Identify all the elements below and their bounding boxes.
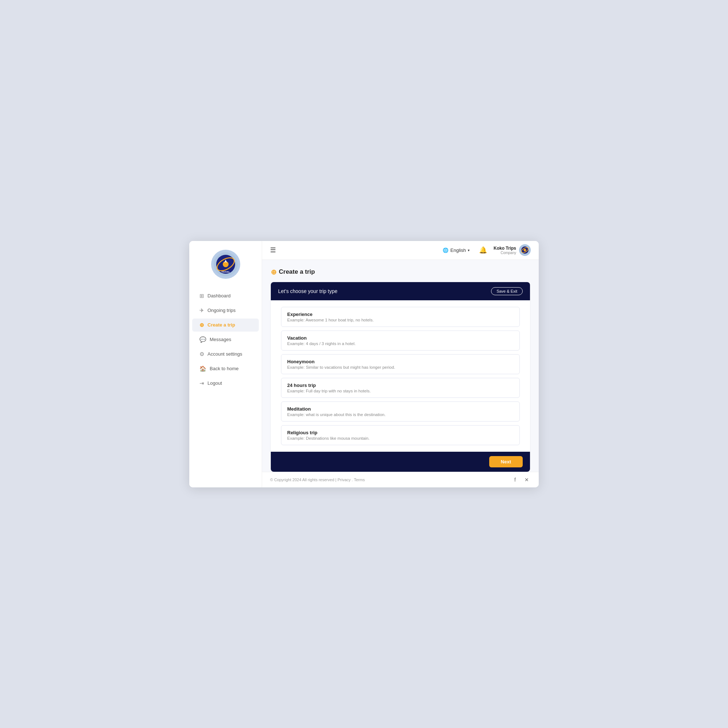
sidebar-label-logout: Logout bbox=[208, 380, 222, 386]
next-button[interactable]: Next bbox=[489, 456, 523, 467]
trip-card-title-24hours: 24 hours trip bbox=[287, 382, 514, 388]
ongoing-trips-icon: ✈ bbox=[199, 307, 204, 314]
trip-card-vacation[interactable]: Vacation Example: 4 days / 3 nights in a… bbox=[281, 330, 520, 350]
trip-section-header: Let's choose your trip type Save & Exit bbox=[271, 282, 530, 300]
svg-text:TRAVEL: TRAVEL bbox=[221, 271, 230, 273]
create-trip-title-icon: ⊕ bbox=[271, 268, 277, 276]
sidebar-item-account-settings[interactable]: ⚙ Account settings bbox=[192, 348, 259, 361]
app-body: TRAVEL ⊞ Dashboard ✈ Ongoing trips ⊕ Cre… bbox=[189, 241, 539, 487]
trip-card-desc-meditation: Example: what is unique about this is th… bbox=[287, 412, 514, 417]
trip-card-title-vacation: Vacation bbox=[287, 335, 514, 341]
save-exit-button[interactable]: Save & Exit bbox=[491, 287, 523, 295]
app-window: TRAVEL ⊞ Dashboard ✈ Ongoing trips ⊕ Cre… bbox=[189, 241, 539, 487]
trip-card-religious[interactable]: Religious trip Example: Destinations lik… bbox=[281, 425, 520, 445]
sidebar-label-account-settings: Account settings bbox=[208, 351, 242, 357]
dashboard-icon: ⊞ bbox=[199, 293, 204, 299]
section-title: Let's choose your trip type bbox=[278, 288, 337, 294]
home-icon: 🏠 bbox=[199, 366, 206, 372]
trip-card-title-religious: Religious trip bbox=[287, 430, 514, 435]
svg-point-9 bbox=[524, 249, 526, 252]
logout-icon: ⇥ bbox=[199, 380, 204, 387]
sidebar-item-create-trip[interactable]: ⊕ Create a trip bbox=[192, 318, 259, 332]
svg-point-3 bbox=[223, 262, 229, 267]
sidebar-item-dashboard[interactable]: ⊞ Dashboard bbox=[192, 289, 259, 303]
sidebar-logo: TRAVEL bbox=[211, 250, 240, 279]
trip-card-desc-experience: Example: Awesome 1 hour boat trip, no ho… bbox=[287, 318, 514, 322]
topbar: ☰ 🌐 English ▾ 🔔 Koko Trips Company bbox=[262, 241, 539, 260]
twitter-x-icon[interactable]: ✕ bbox=[523, 476, 531, 484]
trip-card-title-experience: Experience bbox=[287, 312, 514, 317]
user-info[interactable]: Koko Trips Company bbox=[494, 244, 531, 256]
user-name: Koko Trips bbox=[494, 246, 516, 251]
sidebar-navigation: ⊞ Dashboard ✈ Ongoing trips ⊕ Create a t… bbox=[189, 289, 262, 390]
page-content: ⊕ Create a trip Let's choose your trip t… bbox=[262, 260, 539, 472]
hamburger-menu-icon[interactable]: ☰ bbox=[270, 246, 276, 254]
trip-card-24hours[interactable]: 24 hours trip Example: Full day trip wit… bbox=[281, 378, 520, 398]
trip-card-meditation[interactable]: Meditation Example: what is unique about… bbox=[281, 401, 520, 422]
trip-card-title-meditation: Meditation bbox=[287, 406, 514, 412]
user-role: Company bbox=[494, 251, 516, 255]
trip-card-desc-honeymoon: Example: Similar to vacations but might … bbox=[287, 365, 514, 369]
facebook-icon[interactable]: f bbox=[511, 476, 519, 484]
trip-card-desc-24hours: Example: Full day trip with no stays in … bbox=[287, 389, 514, 393]
sidebar-label-back-to-home: Back to home bbox=[210, 366, 239, 371]
trip-footer-bar: Next bbox=[271, 452, 530, 472]
sidebar-item-messages[interactable]: 💬 Messages bbox=[192, 333, 259, 346]
notifications-icon[interactable]: 🔔 bbox=[479, 246, 487, 254]
sidebar-label-ongoing-trips: Ongoing trips bbox=[208, 307, 236, 313]
footer-social: f ✕ bbox=[511, 476, 531, 484]
lang-chevron-icon: ▾ bbox=[468, 248, 470, 252]
page-title: ⊕ Create a trip bbox=[271, 268, 530, 276]
sidebar-label-messages: Messages bbox=[210, 337, 231, 342]
sidebar: TRAVEL ⊞ Dashboard ✈ Ongoing trips ⊕ Cre… bbox=[189, 241, 262, 487]
trip-card-honeymoon[interactable]: Honeymoon Example: Similar to vacations … bbox=[281, 354, 520, 374]
footer-copyright: © Copyright 2024 All rights reserved | P… bbox=[270, 477, 365, 482]
topbar-left: ☰ bbox=[270, 246, 276, 254]
trip-type-section: Let's choose your trip type Save & Exit … bbox=[271, 282, 530, 472]
language-label: English bbox=[450, 248, 466, 253]
sidebar-item-back-to-home[interactable]: 🏠 Back to home bbox=[192, 362, 259, 375]
create-trip-icon: ⊕ bbox=[199, 322, 204, 328]
trip-card-desc-vacation: Example: 4 days / 3 nights in a hotel. bbox=[287, 341, 514, 346]
globe-icon: 🌐 bbox=[443, 248, 448, 253]
avatar bbox=[519, 244, 531, 256]
trip-type-cards: Experience Example: Awesome 1 hour boat … bbox=[271, 300, 530, 452]
user-name-block: Koko Trips Company bbox=[494, 246, 516, 255]
page-title-text: Create a trip bbox=[279, 268, 315, 275]
messages-icon: 💬 bbox=[199, 336, 206, 343]
sidebar-label-dashboard: Dashboard bbox=[208, 293, 231, 298]
trip-card-experience[interactable]: Experience Example: Awesome 1 hour boat … bbox=[281, 307, 520, 327]
topbar-right: 🌐 English ▾ 🔔 Koko Trips Company bbox=[440, 244, 531, 256]
sidebar-label-create-trip: Create a trip bbox=[208, 322, 235, 327]
account-settings-icon: ⚙ bbox=[199, 351, 204, 358]
trip-card-title-honeymoon: Honeymoon bbox=[287, 359, 514, 364]
language-selector[interactable]: 🌐 English ▾ bbox=[440, 246, 473, 254]
trip-card-desc-religious: Example: Destinations like mousa mountai… bbox=[287, 436, 514, 440]
main-content: ☰ 🌐 English ▾ 🔔 Koko Trips Company bbox=[262, 241, 539, 487]
app-footer: © Copyright 2024 All rights reserved | P… bbox=[262, 472, 539, 487]
sidebar-item-logout[interactable]: ⇥ Logout bbox=[192, 377, 259, 390]
sidebar-item-ongoing-trips[interactable]: ✈ Ongoing trips bbox=[192, 304, 259, 317]
